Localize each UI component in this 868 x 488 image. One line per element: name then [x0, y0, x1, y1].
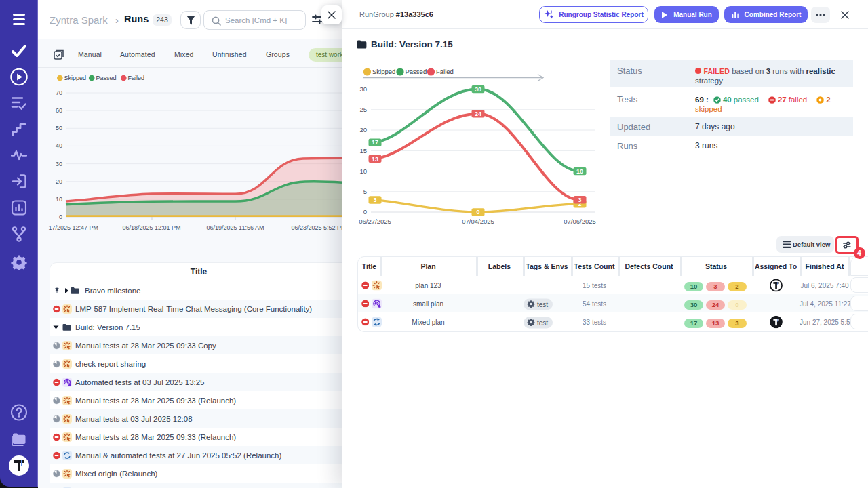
svg-text:30: 30 — [359, 85, 367, 93]
svg-text:0: 0 — [59, 214, 62, 220]
svg-text:17/2025 12:47 PM: 17/2025 12:47 PM — [49, 224, 99, 231]
svg-text:Skipped: Skipped — [372, 68, 395, 75]
svg-text:60: 60 — [56, 107, 62, 114]
svg-text:06/19/2025 11:56 AM: 06/19/2025 11:56 AM — [207, 224, 264, 231]
svg-text:17: 17 — [372, 139, 378, 146]
svg-text:07/04/2025: 07/04/2025 — [462, 218, 494, 225]
svg-text:Failed: Failed — [436, 68, 454, 75]
svg-text:Passed: Passed — [406, 68, 427, 75]
svg-text:06/23/2025 5:52 PM: 06/23/2025 5:52 PM — [291, 224, 342, 231]
svg-text:10: 10 — [576, 168, 583, 175]
svg-text:06/27/2025: 06/27/2025 — [359, 218, 391, 225]
svg-text:Passed: Passed — [96, 75, 117, 81]
svg-text:07/06/2025: 07/06/2025 — [564, 218, 596, 225]
svg-text:0: 0 — [363, 208, 367, 216]
svg-text:15: 15 — [359, 147, 367, 155]
svg-text:3: 3 — [578, 197, 581, 203]
svg-text:10: 10 — [56, 196, 62, 203]
svg-text:40: 40 — [56, 142, 62, 149]
svg-text:06/18/2025 12:01 PM: 06/18/2025 12:01 PM — [122, 224, 180, 231]
svg-text:50: 50 — [56, 125, 62, 131]
svg-text:0: 0 — [476, 209, 479, 216]
svg-text:24: 24 — [475, 110, 481, 117]
svg-text:25: 25 — [359, 106, 367, 113]
svg-text:10: 10 — [359, 167, 367, 175]
svg-text:5: 5 — [363, 188, 367, 195]
svg-text:3: 3 — [373, 197, 376, 203]
svg-text:Failed: Failed — [128, 75, 145, 81]
svg-text:70: 70 — [56, 89, 62, 96]
svg-text:Skipped: Skipped — [64, 75, 87, 81]
svg-text:20: 20 — [56, 178, 62, 185]
svg-text:13: 13 — [372, 156, 378, 163]
svg-text:30: 30 — [475, 86, 481, 93]
svg-text:20: 20 — [359, 126, 367, 134]
svg-text:30: 30 — [56, 161, 62, 167]
